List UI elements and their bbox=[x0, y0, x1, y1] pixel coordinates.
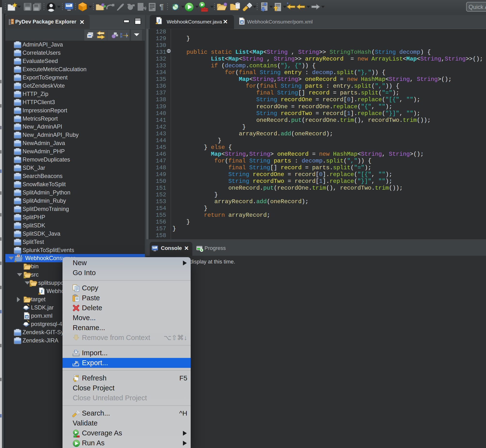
svg-text:M: M bbox=[17, 255, 19, 257]
svg-text:M: M bbox=[241, 21, 243, 24]
svg-text:J: J bbox=[158, 19, 160, 24]
svg-text:!: ! bbox=[24, 276, 25, 279]
svg-text:!: ! bbox=[156, 22, 157, 24]
svg-text:M: M bbox=[26, 315, 28, 319]
svg-text:J: J bbox=[20, 254, 22, 258]
svg-text:*: * bbox=[287, 2, 289, 6]
svg-text:!: ! bbox=[39, 293, 40, 295]
svg-text:!: ! bbox=[31, 285, 31, 287]
svg-text:J: J bbox=[40, 289, 43, 294]
